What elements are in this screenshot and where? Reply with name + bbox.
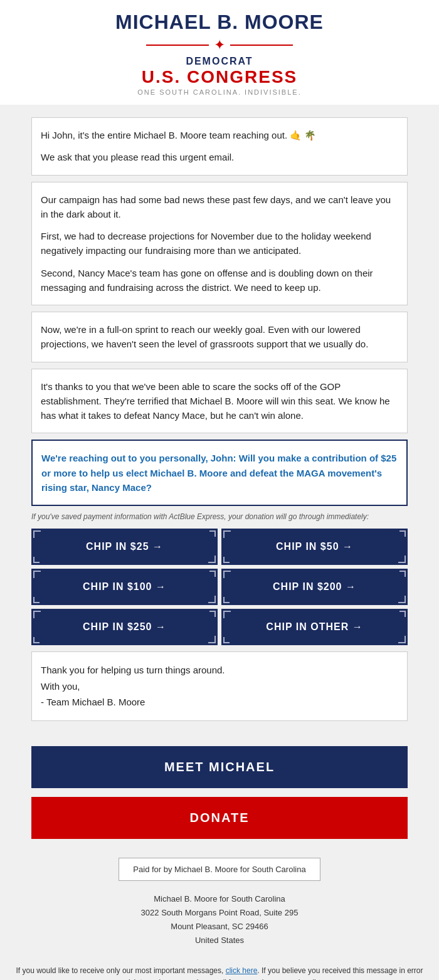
donation-grid: CHIP IN $25 → CHIP IN $50 → CHIP IN $100… xyxy=(31,529,408,645)
sprint-box: Now, we're in a full-on sprint to reach … xyxy=(31,312,408,362)
intro-box: Hi John, it's the entire Michael B. Moor… xyxy=(31,117,408,176)
tagline-label: ONE SOUTH CAROLINA. INDIVISIBLE. xyxy=(13,88,426,96)
address-line4: United States xyxy=(31,934,408,947)
scare-box: It's thanks to you that we've been able … xyxy=(31,369,408,434)
chip-in-25-button[interactable]: CHIP IN $25 → xyxy=(31,529,218,565)
closing-p1: Thank you for helping us turn things aro… xyxy=(41,662,398,678)
address-line1: Michael B. Moore for South Carolina xyxy=(31,892,408,906)
footer-address: Michael B. Moore for South Carolina 3022… xyxy=(31,892,408,947)
office-label: U.S. CONGRESS xyxy=(13,67,426,87)
header-divider: ✦ xyxy=(13,37,426,53)
news-box: Our campaign has had some bad news these… xyxy=(31,182,408,306)
closing-p2: With you, xyxy=(41,678,398,695)
news-p2: First, we had to decrease projections fo… xyxy=(41,229,398,258)
actblue-note: If you've saved payment information with… xyxy=(31,512,408,521)
chip-in-50-button[interactable]: CHIP IN $50 → xyxy=(221,529,408,565)
email-header: MICHAEL B. MOORE ✦ DEMOCRAT U.S. CONGRES… xyxy=(0,0,439,105)
click-here-link[interactable]: click here xyxy=(226,966,258,975)
intro-p2: We ask that you please read this urgent … xyxy=(41,150,398,164)
scare-p1: It's thanks to you that we've been able … xyxy=(41,379,398,423)
address-line2: 3022 South Morgans Point Road, Suite 295 xyxy=(31,906,408,920)
unsubscribe-text-before: If you would like to receive only our mo… xyxy=(16,966,226,975)
closing-box: Thank you for helping us turn things aro… xyxy=(31,651,408,721)
divider-line-left xyxy=(146,45,209,46)
news-p1: Our campaign has had some bad news these… xyxy=(41,192,398,222)
news-p3: Second, Nancy Mace's team has gone on of… xyxy=(41,266,398,295)
content-area: Hi John, it's the entire Michael B. Moor… xyxy=(0,105,439,734)
divider-line-right xyxy=(230,45,293,46)
highlight-text: We're reaching out to you personally, Jo… xyxy=(41,451,398,495)
address-line3: Mount Pleasant, SC 29466 xyxy=(31,920,408,934)
unsubscribe-section: If you would like to receive only our mo… xyxy=(0,965,439,980)
chip-in-other-button[interactable]: CHIP IN OTHER → xyxy=(221,609,408,645)
candidate-name: MICHAEL B. MOORE xyxy=(13,11,426,33)
chip-in-100-button[interactable]: CHIP IN $100 → xyxy=(31,569,218,605)
chip-in-200-button[interactable]: CHIP IN $200 → xyxy=(221,569,408,605)
intro-p1: Hi John, it's the entire Michael B. Moor… xyxy=(41,128,398,142)
closing-p3: - Team Michael B. Moore xyxy=(41,694,398,710)
meet-michael-button[interactable]: MEET MICHAEL xyxy=(31,746,408,788)
sc-star-icon: ✦ xyxy=(214,37,225,53)
paid-for-label: Paid for by Michael B. Moore for South C… xyxy=(119,858,320,881)
paid-for-box: Paid for by Michael B. Moore for South C… xyxy=(31,851,408,892)
cta-section: MEET MICHAEL DONATE Paid for by Michael … xyxy=(0,734,439,965)
highlight-box: We're reaching out to you personally, Jo… xyxy=(31,440,408,506)
donate-button[interactable]: DONATE xyxy=(31,797,408,839)
sprint-p1: Now, we're in a full-on sprint to reach … xyxy=(41,322,398,352)
party-label: DEMOCRAT xyxy=(13,56,426,67)
chip-in-250-button[interactable]: CHIP IN $250 → xyxy=(31,609,218,645)
